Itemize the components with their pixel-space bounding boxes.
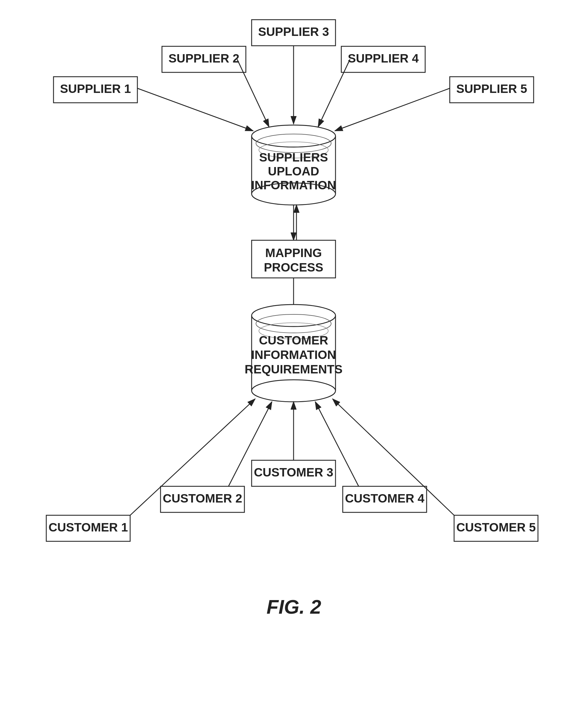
svg-text:SUPPLIER 4: SUPPLIER 4: [348, 52, 419, 65]
svg-text:CUSTOMER 3: CUSTOMER 3: [254, 465, 334, 479]
svg-point-37: [252, 380, 336, 402]
svg-text:SUPPLIERS: SUPPLIERS: [259, 150, 328, 164]
svg-text:CUSTOMER 2: CUSTOMER 2: [163, 491, 243, 505]
svg-point-17: [252, 125, 336, 147]
svg-text:MAPPING: MAPPING: [265, 246, 322, 260]
svg-text:CUSTOMER 5: CUSTOMER 5: [456, 521, 536, 534]
svg-text:CUSTOMER: CUSTOMER: [259, 334, 328, 347]
svg-point-38: [252, 304, 336, 326]
svg-text:REQUIREMENTS: REQUIREMENTS: [245, 362, 342, 376]
svg-text:PROCESS: PROCESS: [264, 261, 323, 274]
svg-text:CUSTOMER 4: CUSTOMER 4: [345, 491, 425, 505]
svg-text:INFORMATION: INFORMATION: [251, 178, 336, 192]
svg-line-24: [237, 59, 269, 127]
svg-line-26: [138, 88, 253, 131]
svg-text:UPLOAD: UPLOAD: [268, 164, 319, 178]
svg-text:SUPPLIER 3: SUPPLIER 3: [258, 25, 329, 39]
diagram-svg: SUPPLIER 3 SUPPLIER 2 SUPPLIER 4 SUPPLIE…: [0, 0, 588, 726]
svg-text:CUSTOMER 1: CUSTOMER 1: [48, 521, 128, 534]
svg-text:SUPPLIER 1: SUPPLIER 1: [60, 82, 131, 96]
svg-text:INFORMATION: INFORMATION: [251, 348, 336, 362]
svg-line-27: [335, 88, 450, 131]
diagram-container: SUPPLIER 3 SUPPLIER 2 SUPPLIER 4 SUPPLIE…: [0, 0, 588, 726]
svg-text:SUPPLIER 5: SUPPLIER 5: [456, 82, 527, 96]
svg-text:FIG. 2: FIG. 2: [267, 596, 321, 618]
svg-line-25: [318, 59, 350, 127]
svg-text:SUPPLIER 2: SUPPLIER 2: [168, 52, 239, 65]
